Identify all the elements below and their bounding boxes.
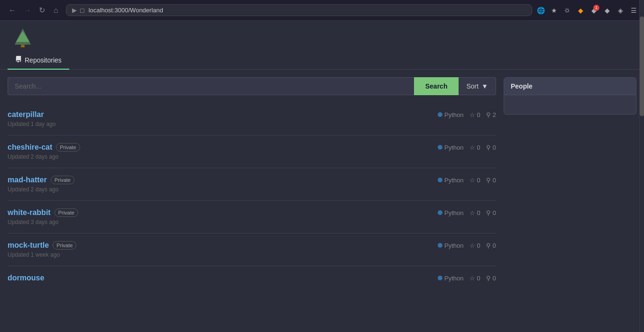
main-layout: Search Sort ▼ caterpillar Python ☆ 0 ⚲ 2… [0,70,644,299]
browser-actions: 🌐 ★ ⛭ ◆ ◆ 1 ◆ ◈ ☰ [536,6,638,15]
fork-icon: ⚲ [486,242,491,249]
language-item: Python [438,209,463,216]
translate-icon[interactable]: 🌐 [536,6,545,15]
star-count: 0 [477,209,480,216]
tabs-nav: Repositories [0,51,644,70]
repo-name-section: mad-hatterPrivate [8,176,74,184]
fork-icon: ⚲ [486,144,491,151]
language-name: Python [444,144,463,151]
repo-meta: Python ☆ 0 ⚲ 0 [438,242,496,249]
repo-name-link[interactable]: mad-hatter [8,176,47,184]
scrollbar[interactable] [639,0,644,299]
menu-icon[interactable]: ☰ [629,6,638,15]
firefox-icon[interactable]: ◆ [576,6,585,15]
reload-button[interactable]: ↻ [36,4,48,17]
star-count: 0 [477,111,480,118]
org-logo[interactable] [8,25,38,47]
forks-item: ⚲ 0 [486,209,496,216]
repo-meta: Python ☆ 0 ⚲ 0 [438,209,496,216]
repo-name-link[interactable]: white-rabbit [8,208,51,217]
browser-chrome: ← → ↻ ⌂ ▶ ◻ localhost:3000/Wonderland 🌐 … [0,0,644,21]
repo-updated: Updated 1 week ago [8,251,496,258]
star-count: 0 [477,144,480,151]
page-content: Repositories Search Sort ▼ caterpillar P… [0,21,644,299]
repo-header: caterpillar Python ☆ 0 ⚲ 2 [8,110,496,119]
repo-item: mad-hatterPrivate Python ☆ 0 ⚲ 0 Updated… [8,168,496,201]
repo-header: white-rabbitPrivate Python ☆ 0 ⚲ 0 [8,208,496,217]
fork-icon: ⚲ [486,111,491,118]
search-input[interactable] [8,77,414,95]
scroll-thumb[interactable] [640,17,644,116]
language-dot [438,178,442,182]
star-icon: ☆ [469,111,475,118]
language-name: Python [444,242,463,249]
repo-header: mad-hatterPrivate Python ☆ 0 ⚲ 0 [8,176,496,184]
addon-badge-icon[interactable]: ◆ 1 [589,6,598,15]
lock-icon: ◻ [80,7,85,14]
language-dot [438,210,442,215]
repo-item: mock-turtlePrivate Python ☆ 0 ⚲ 0 Update… [8,233,496,266]
language-item: Python [438,111,463,118]
tab-repositories[interactable]: Repositories [8,51,69,70]
bookmark-icon[interactable]: ★ [549,6,559,15]
language-item: Python [438,144,463,151]
fork-count: 0 [493,177,496,184]
home-button[interactable]: ⌂ [50,4,62,17]
repo-updated: Updated 2 days ago [8,186,496,193]
repo-name-section: mock-turtlePrivate [8,241,76,250]
extensions-icon[interactable]: ⛭ [562,6,572,15]
user-icon[interactable]: ◆ [602,6,612,15]
repo-name-link[interactable]: caterpillar [8,110,44,119]
chevron-down-icon: ▼ [481,82,488,90]
repo-name-link[interactable]: cheshire-cat [8,143,52,152]
fork-count: 0 [493,144,496,151]
language-dot [438,112,442,117]
translate2-icon[interactable]: ◈ [616,6,625,15]
private-badge: Private [53,241,76,250]
shield-icon: ▶ [72,7,77,14]
star-icon: ☆ [469,144,475,151]
forks-item: ⚲ 0 [486,177,496,184]
fork-icon: ⚲ [486,275,491,282]
people-section: People [504,77,636,115]
repo-name-section: caterpillar [8,110,44,119]
fork-icon: ⚲ [486,209,491,216]
search-button[interactable]: Search [414,77,459,95]
language-name: Python [444,209,463,216]
star-icon: ☆ [469,275,475,282]
forks-item: ⚲ 2 [486,111,496,118]
fork-count: 2 [493,111,496,118]
repo-meta: Python ☆ 0 ⚲ 0 [438,177,496,184]
forward-button[interactable]: → [21,4,34,17]
language-item: Python [438,242,463,249]
repo-updated: Updated 3 days ago [8,219,496,225]
private-badge: Private [56,143,80,152]
logo-tree-svg [13,27,32,47]
language-item: Python [438,275,463,282]
sort-button[interactable]: Sort ▼ [459,77,496,95]
repo-name-link[interactable]: mock-turtle [8,241,49,250]
fork-count: 0 [493,242,496,249]
repo-name-section: dormouse [8,274,44,282]
repo-name-link[interactable]: dormouse [8,274,44,282]
star-icon: ☆ [469,209,475,216]
repo-meta: Python ☆ 0 ⚲ 0 [438,144,496,151]
forks-item: ⚲ 0 [486,275,496,282]
people-header: People [504,78,636,95]
stars-item: ☆ 0 [469,275,480,282]
stars-item: ☆ 0 [469,144,480,151]
repo-header: mock-turtlePrivate Python ☆ 0 ⚲ 0 [8,241,496,250]
back-button[interactable]: ← [6,4,19,17]
repo-updated: Updated 1 day ago [8,121,496,127]
star-icon: ☆ [469,242,475,249]
address-bar[interactable]: ▶ ◻ localhost:3000/Wonderland [66,4,532,16]
repo-header: cheshire-catPrivate Python ☆ 0 ⚲ 0 [8,143,496,152]
language-name: Python [444,275,463,282]
repo-name-section: white-rabbitPrivate [8,208,78,217]
repos-column: Search Sort ▼ caterpillar Python ☆ 0 ⚲ 2… [8,77,496,292]
forks-item: ⚲ 0 [486,144,496,151]
language-dot [438,145,442,150]
tab-repositories-label: Repositories [25,56,62,64]
stars-item: ☆ 0 [469,209,480,216]
svg-marker-1 [16,31,30,42]
